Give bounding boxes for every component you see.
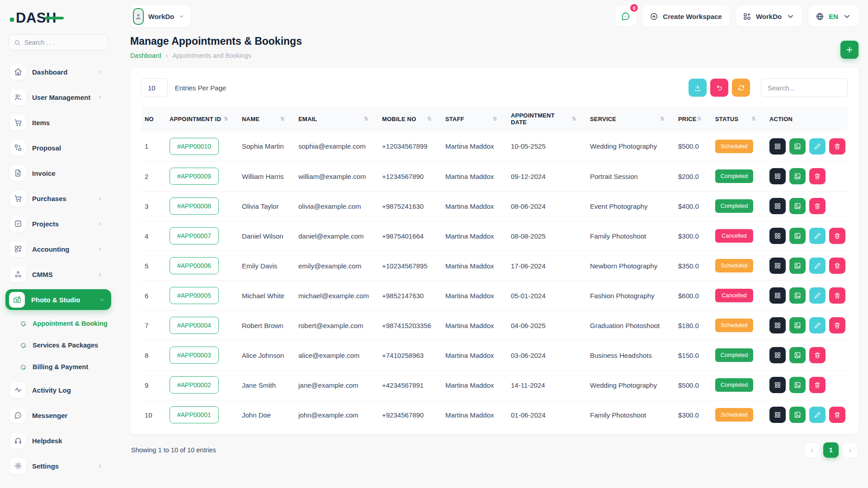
sidebar-search-input[interactable] xyxy=(24,39,103,46)
image-action-button[interactable] xyxy=(789,317,806,333)
delete-action-button[interactable] xyxy=(829,407,845,423)
details-action-button[interactable] xyxy=(769,228,786,244)
pagination-next-button[interactable]: › xyxy=(842,442,858,458)
edit-action-button[interactable] xyxy=(809,287,826,304)
column-header-mobile-no[interactable]: MOBILE NO⇅ xyxy=(378,106,442,131)
sidebar-item-projects[interactable]: Projects xyxy=(8,213,108,234)
image-action-button[interactable] xyxy=(789,198,806,214)
image-action-button[interactable] xyxy=(789,287,806,304)
appointment-id-chip[interactable]: #APP00003 xyxy=(170,347,219,364)
sidebar-item-helpdesk[interactable]: Helpdesk xyxy=(8,430,108,451)
image-action-button[interactable] xyxy=(789,228,806,244)
sort-icon[interactable]: ⇅ xyxy=(572,116,583,122)
image-action-button[interactable] xyxy=(789,347,806,363)
column-header-status[interactable]: STATUS⇅ xyxy=(712,106,766,131)
sidebar-item-settings[interactable]: Settings xyxy=(8,455,108,476)
workspace-selector[interactable]: WorkDo xyxy=(130,6,191,27)
sidebar-item-invoice[interactable]: Invoice xyxy=(8,163,108,183)
delete-action-button[interactable] xyxy=(829,258,845,274)
sidebar-item-purchases[interactable]: Purchases xyxy=(8,188,108,209)
image-action-button[interactable] xyxy=(789,407,806,423)
sidebar-subitem-billing-and-payment[interactable]: Billing & Payment xyxy=(8,358,108,376)
sort-icon[interactable]: ⇅ xyxy=(751,116,762,122)
add-appointment-button[interactable]: + xyxy=(840,41,859,59)
appointment-id-chip[interactable]: #APP00005 xyxy=(170,287,219,304)
export-button[interactable] xyxy=(689,79,707,97)
sidebar-item-items[interactable]: Items xyxy=(8,112,108,133)
image-action-button[interactable] xyxy=(789,138,806,155)
table-search-input[interactable] xyxy=(761,78,848,97)
sort-icon[interactable]: ⇅ xyxy=(697,116,708,122)
sidebar-item-messenger[interactable]: Messenger xyxy=(8,405,108,426)
appointment-id-chip[interactable]: #APP00006 xyxy=(170,257,219,274)
sidebar-subitem-services-and-packages[interactable]: Services & Packages xyxy=(8,336,108,354)
appointment-id-chip[interactable]: #APP00002 xyxy=(170,376,219,394)
column-header-appointment-date[interactable]: APPOINTMENT DATE⇅ xyxy=(507,106,586,131)
sidebar-item-activity-log[interactable]: Activity Log xyxy=(8,380,108,400)
details-action-button[interactable] xyxy=(769,258,786,274)
delete-action-button[interactable] xyxy=(809,347,826,363)
image-action-button[interactable] xyxy=(789,168,806,184)
image-action-button[interactable] xyxy=(789,258,806,274)
delete-action-button[interactable] xyxy=(829,317,845,333)
delete-action-button[interactable] xyxy=(809,198,826,214)
undo-button[interactable] xyxy=(710,79,728,97)
delete-action-button[interactable] xyxy=(809,377,826,393)
column-header-price[interactable]: PRICE⇅ xyxy=(675,106,712,131)
details-action-button[interactable] xyxy=(769,317,786,333)
details-action-button[interactable] xyxy=(769,287,786,304)
edit-action-button[interactable] xyxy=(809,407,826,423)
appointment-id-chip[interactable]: #APP00010 xyxy=(170,138,219,155)
sidebar-search[interactable] xyxy=(8,34,108,51)
appointment-id-chip[interactable]: #APP00004 xyxy=(170,317,219,334)
delete-action-button[interactable] xyxy=(829,228,845,244)
delete-action-button[interactable] xyxy=(829,287,845,304)
sort-icon[interactable]: ⇅ xyxy=(493,116,504,122)
column-header-appointment-id[interactable]: APPOINTMENT ID⇅ xyxy=(166,106,238,131)
breadcrumb-dashboard-link[interactable]: Dashboard xyxy=(130,52,161,59)
sort-icon[interactable]: ⇅ xyxy=(427,116,438,122)
details-action-button[interactable] xyxy=(769,138,786,155)
sort-icon[interactable]: ⇅ xyxy=(660,116,671,122)
entries-per-page-select[interactable]: 10 xyxy=(141,78,168,97)
image-action-button[interactable] xyxy=(789,377,806,393)
sort-icon[interactable]: ⇅ xyxy=(280,116,291,122)
user-workspace-menu[interactable]: WorkDo xyxy=(736,6,802,27)
edit-action-button[interactable] xyxy=(809,138,826,155)
sidebar-item-cmms[interactable]: CMMS xyxy=(8,264,108,285)
cell-staff: Martina Maddox xyxy=(442,161,507,191)
appointment-id-chip[interactable]: #APP00001 xyxy=(170,406,219,423)
column-header-service[interactable]: SERVICE⇅ xyxy=(586,106,675,131)
sort-icon[interactable]: ⇅ xyxy=(364,116,375,122)
edit-action-button[interactable] xyxy=(809,317,826,333)
delete-action-button[interactable] xyxy=(809,168,826,184)
sidebar-item-dashboard[interactable]: Dashboard xyxy=(8,61,108,82)
edit-action-button[interactable] xyxy=(809,258,826,274)
messages-button[interactable]: 0 xyxy=(615,6,636,27)
sidebar-item-user-management[interactable]: User Management xyxy=(8,87,108,108)
sidebar-item-accounting[interactable]: Accounting xyxy=(8,239,108,259)
column-header-name[interactable]: NAME⇅ xyxy=(238,106,295,131)
pagination-prev-button[interactable]: ‹ xyxy=(804,442,820,458)
appointment-id-chip[interactable]: #APP00007 xyxy=(170,227,219,244)
details-action-button[interactable] xyxy=(769,198,786,214)
sort-icon[interactable]: ⇅ xyxy=(224,116,235,122)
sidebar-item-photo-and-studio[interactable]: Photo & Studio xyxy=(5,289,111,310)
refresh-button[interactable] xyxy=(732,79,750,97)
appointment-id-chip[interactable]: #APP00009 xyxy=(170,168,219,185)
sidebar-subitem-appointment-and-booking[interactable]: Appointment & Booking xyxy=(8,314,108,333)
language-selector[interactable]: EN xyxy=(808,6,859,27)
pagination-page-button[interactable]: 1 xyxy=(823,442,839,458)
delete-action-button[interactable] xyxy=(829,138,845,155)
column-header-staff[interactable]: STAFF⇅ xyxy=(442,106,507,131)
brand-logo[interactable]: DAS H xyxy=(10,8,108,28)
appointment-id-chip[interactable]: #APP00008 xyxy=(170,197,219,215)
details-action-button[interactable] xyxy=(769,377,786,393)
edit-action-button[interactable] xyxy=(809,228,826,244)
create-workspace-button[interactable]: Create Workspace xyxy=(642,6,729,27)
details-action-button[interactable] xyxy=(769,347,786,363)
details-action-button[interactable] xyxy=(769,168,786,184)
column-header-email[interactable]: EMAIL⇅ xyxy=(295,106,378,131)
sidebar-item-proposal[interactable]: Proposal xyxy=(8,137,108,158)
details-action-button[interactable] xyxy=(769,407,786,423)
